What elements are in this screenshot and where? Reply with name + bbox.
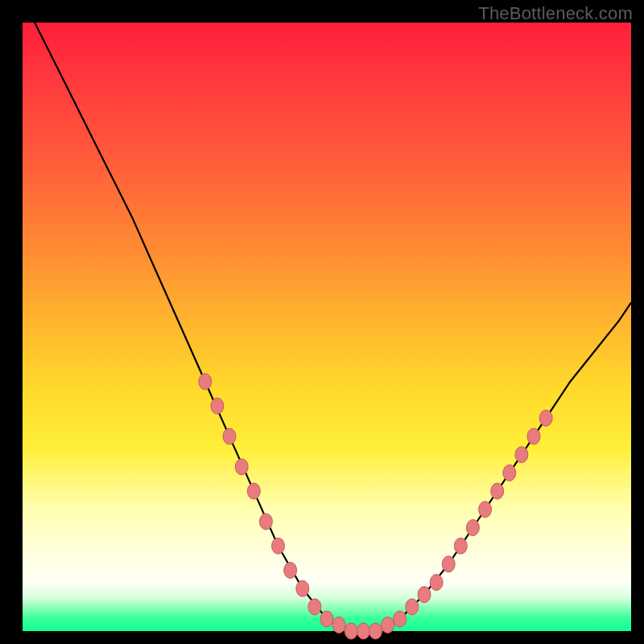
curve-marker bbox=[406, 599, 419, 615]
curve-marker bbox=[418, 587, 431, 603]
curve-marker bbox=[394, 611, 407, 627]
page-frame: TheBottleneck.com bbox=[0, 0, 644, 644]
curve-marker bbox=[284, 562, 297, 578]
curve-marker bbox=[332, 617, 345, 633]
curve-marker bbox=[430, 575, 443, 591]
curve-marker bbox=[539, 410, 552, 426]
curve-marker bbox=[466, 520, 479, 536]
bottleneck-curve bbox=[35, 23, 631, 631]
curve-marker bbox=[247, 483, 260, 499]
curve-marker bbox=[357, 623, 369, 639]
curve-marker bbox=[259, 514, 272, 530]
curve-marker bbox=[454, 538, 467, 554]
curve-marker bbox=[515, 447, 528, 463]
curve-marker bbox=[211, 398, 224, 414]
curve-marker bbox=[503, 464, 516, 481]
curve-marker bbox=[199, 374, 212, 390]
curve-marker bbox=[479, 502, 492, 518]
curve-marker bbox=[296, 580, 309, 597]
watermark-label: TheBottleneck.com bbox=[478, 3, 633, 24]
curve-marker bbox=[345, 623, 357, 639]
curve-svg bbox=[23, 23, 631, 631]
curve-marker bbox=[369, 623, 382, 639]
curve-marker bbox=[320, 611, 333, 627]
curve-marker bbox=[491, 483, 504, 499]
curve-marker bbox=[382, 617, 394, 633]
curve-marker bbox=[235, 459, 248, 475]
marker-group bbox=[199, 374, 552, 639]
curve-marker bbox=[272, 538, 285, 554]
curve-marker bbox=[223, 428, 236, 444]
curve-marker bbox=[308, 599, 321, 615]
curve-marker bbox=[527, 428, 540, 444]
curve-marker bbox=[442, 556, 455, 572]
